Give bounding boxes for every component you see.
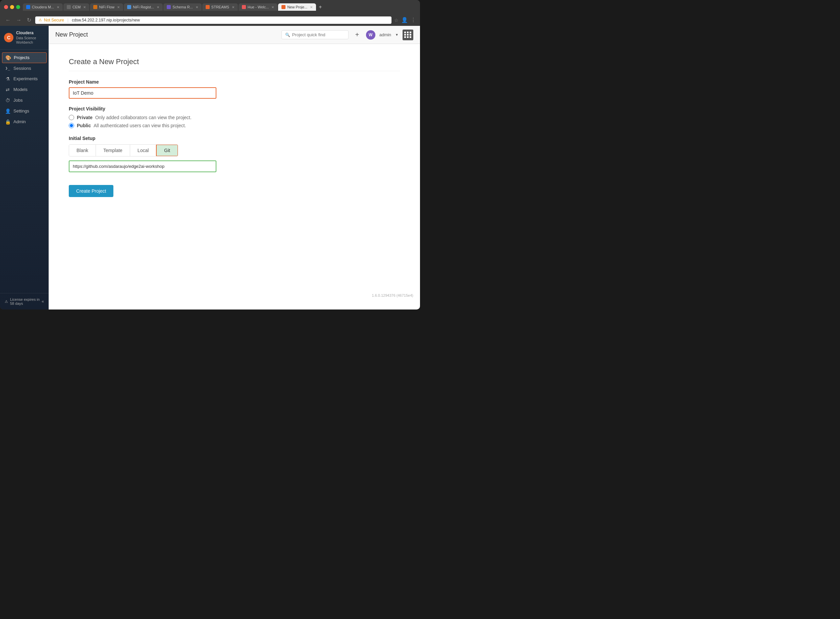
reload-button[interactable]: ↻ [25,16,33,24]
visibility-public-label: Public [77,123,91,128]
browser-window: Cloudera M... ✕ CEM ✕ NiFi Flow ✕ NiFi R… [0,0,420,310]
license-warning: ⚠ License expires in 58 days « [5,298,44,305]
tab-label-schema: Schema R... [172,5,193,9]
tab-label-cloudera: Cloudera M... [32,5,54,9]
forward-button[interactable]: → [15,16,23,24]
sidebar-item-models[interactable]: ⇄ Models [0,84,49,95]
sidebar-nav: 🎨 Projects ❯_ Sessions ⚗ Experiments ⇄ M… [0,50,49,293]
tab-close-nifi-reg[interactable]: ✕ [157,5,159,9]
visibility-private-label: Private [77,115,93,120]
back-button[interactable]: ← [4,16,12,24]
visibility-private-radio[interactable] [69,115,74,120]
address-input-container[interactable]: ⚠ Not Secure | cdsw.54.202.2.197.nip.io/… [35,16,391,24]
sidebar-item-admin[interactable]: 🔒 Admin [0,117,49,127]
minimize-button[interactable] [10,5,14,9]
user-name[interactable]: admin [379,32,391,37]
browser-titlebar: Cloudera M... ✕ CEM ✕ NiFi Flow ✕ NiFi R… [0,0,420,14]
tab-streams[interactable]: STREAMS ✕ [202,3,238,11]
main-header: New Project 🔍 + W admin ▼ [49,26,420,44]
tab-label-nifi-flow: NiFi Flow [99,5,114,9]
traffic-lights [4,5,20,9]
tab-nifi-reg[interactable]: NiFi Regist... ✕ [124,3,163,11]
tab-close-hue[interactable]: ✕ [272,5,274,9]
tab-cem[interactable]: CEM ✕ [63,3,89,11]
visibility-label: Project Visibility [69,106,400,111]
sidebar-item-experiments[interactable]: ⚗ Experiments [0,73,49,84]
apps-menu-button[interactable] [403,30,413,40]
sidebar-item-jobs[interactable]: ⏱ Jobs [0,95,49,106]
apps-grid-icon [404,31,412,38]
setup-tab-blank[interactable]: Blank [69,145,96,156]
logo-text: Cloudera Data Science Workbench [16,31,45,45]
admin-icon: 🔒 [5,119,11,124]
sidebar-item-projects-label: Projects [14,55,30,60]
company-name: Cloudera [16,31,45,36]
setup-tabs: Blank Template Local Git [69,144,178,156]
tab-close-streams[interactable]: ✕ [232,5,234,9]
warning-icon: ⚠ [5,299,8,304]
avatar: W [366,30,375,40]
sidebar-item-sessions[interactable]: ❯_ Sessions [0,63,49,73]
tab-close-nifi-flow[interactable]: ✕ [117,5,120,9]
tab-label-cem: CEM [72,5,81,9]
tab-label-streams: STREAMS [211,5,229,9]
visibility-private-option[interactable]: Private Only added collaborators can vie… [69,115,400,120]
add-button[interactable]: + [352,30,362,40]
tab-nifi-flow[interactable]: NiFi Flow ✕ [90,3,123,11]
tab-schema[interactable]: Schema R... ✕ [163,3,201,11]
project-name-group: Project Name [69,79,400,99]
setup-tab-template[interactable]: Template [96,145,130,156]
address-bar: ← → ↻ ⚠ Not Secure | cdsw.54.202.2.197.n… [0,14,420,26]
maximize-button[interactable] [16,5,20,9]
bookmark-icon[interactable]: ☆ [394,18,398,23]
search-input[interactable] [292,32,339,37]
setup-label: Initial Setup [69,136,400,141]
settings-icon: 👤 [5,108,11,114]
collapse-button[interactable]: « [42,299,44,304]
search-icon: 🔍 [285,33,290,37]
sidebar-item-projects[interactable]: 🎨 Projects [2,52,47,63]
tab-icon-schema [167,5,171,9]
project-name-input[interactable] [69,87,216,99]
setup-tab-local[interactable]: Local [130,145,156,156]
experiments-icon: ⚗ [5,76,11,82]
tab-icon-new-proj [282,5,285,9]
visibility-public-option[interactable]: Public All authenticated users can view … [69,123,400,128]
tab-hue[interactable]: Hue - Welc... ✕ [239,3,278,11]
sidebar-item-settings[interactable]: 👤 Settings [0,106,49,117]
visibility-section: Project Visibility Private Only added co… [69,106,400,128]
tab-close-schema[interactable]: ✕ [195,5,198,9]
tab-label-nifi-reg: NiFi Regist... [133,5,154,9]
tab-cloudera[interactable]: Cloudera M... ✕ [23,3,63,11]
app-container: C Cloudera Data Science Workbench 🎨 Proj… [0,26,420,310]
address-text: cdsw.54.202.2.197.nip.io/projects/new [72,18,140,22]
tab-close-cem[interactable]: ✕ [83,5,86,9]
menu-icon[interactable]: ⋮ [410,17,416,23]
sidebar-item-admin-label: Admin [13,119,26,124]
tab-new-proj[interactable]: New Proje... ✕ [278,3,316,11]
close-button[interactable] [4,5,8,9]
tab-close-new-proj[interactable]: ✕ [310,5,313,9]
sidebar-item-experiments-label: Experiments [13,76,37,81]
user-dropdown-icon[interactable]: ▼ [395,33,398,37]
tab-close-cloudera[interactable]: ✕ [57,5,60,9]
separator: | [67,18,69,22]
tab-icon-cem [67,5,71,9]
sidebar: C Cloudera Data Science Workbench 🎨 Proj… [0,26,49,310]
setup-tab-git[interactable]: Git [156,144,178,156]
projects-icon: 🎨 [5,55,11,60]
sidebar-item-jobs-label: Jobs [13,98,22,103]
create-project-button[interactable]: Create Project [69,185,113,197]
sidebar-footer: ⚠ License expires in 58 days « [0,293,49,310]
search-box[interactable]: 🔍 [282,30,349,39]
new-tab-button[interactable]: + [317,4,324,10]
sessions-icon: ❯_ [5,66,11,70]
visibility-public-radio[interactable] [69,123,74,128]
git-url-input[interactable] [69,160,216,172]
user-account-icon[interactable]: 👤 [401,17,408,23]
version-info: 1.6.0.1294376 (46715e4) [372,293,413,298]
jobs-icon: ⏱ [5,98,11,103]
sidebar-item-sessions-label: Sessions [13,66,31,71]
form-container: Create a New Project Project Name Projec… [49,44,420,310]
tabs-bar: Cloudera M... ✕ CEM ✕ NiFi Flow ✕ NiFi R… [23,3,416,11]
